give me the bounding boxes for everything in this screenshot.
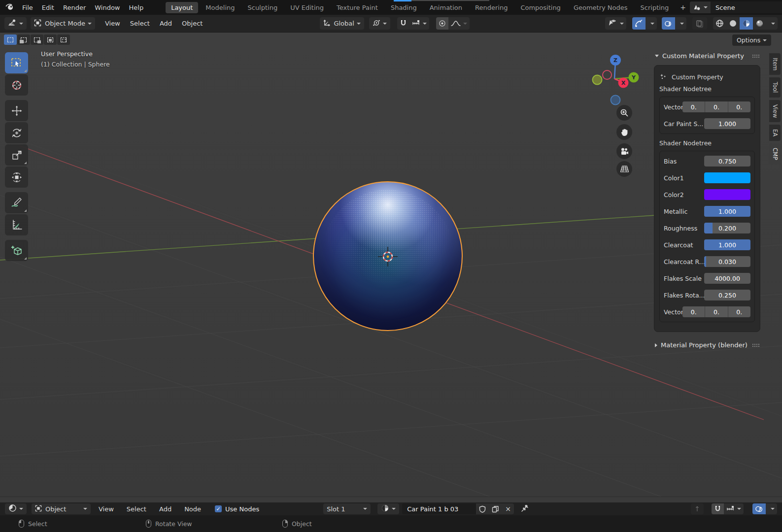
new-material-copy-button[interactable] (489, 503, 502, 514)
navigation-gizmo[interactable]: Z Y X (584, 49, 646, 108)
tool-cursor[interactable] (5, 74, 28, 96)
color2-swatch[interactable] (704, 189, 750, 200)
menu-select[interactable]: Select (125, 20, 155, 27)
shading-rendered-button[interactable] (753, 17, 766, 30)
menu-view[interactable]: View (100, 20, 125, 27)
options-dropdown[interactable]: Options (732, 34, 771, 46)
drag-handle-icon[interactable] (752, 54, 759, 58)
viewport-3d[interactable]: User Perspective (1) Collection | Sphere (0, 33, 782, 497)
snap-toggle[interactable] (397, 17, 409, 30)
tool-annotate[interactable] (5, 192, 28, 213)
select-mode-extend[interactable] (17, 34, 30, 45)
bias-field[interactable]: 0.750 (704, 156, 750, 166)
gizmo-axis-z-neg[interactable] (611, 96, 620, 105)
scene-name-field[interactable]: Scene (711, 1, 782, 13)
slot-dropdown[interactable]: Slot 1 (323, 503, 371, 514)
workspace-tab-uv-editing[interactable]: UV Editing (285, 2, 329, 13)
gizmo-dropdown[interactable] (646, 17, 657, 30)
show-gizmo-toggle[interactable] (632, 17, 646, 30)
zoom-button[interactable] (616, 105, 632, 121)
clearcoat-roughness-slider[interactable]: 0.030 (704, 256, 750, 267)
workspace-tab-layout[interactable]: Layout (166, 2, 198, 13)
vector-x-field[interactable]: 0. (682, 101, 705, 112)
use-nodes-control[interactable]: ✓ Use Nodes (215, 505, 259, 513)
vector2-x-field[interactable]: 0. (682, 306, 705, 317)
vector2-z-field[interactable]: 0. (728, 306, 750, 317)
xray-toggle[interactable] (692, 17, 707, 30)
select-mode-subtract[interactable] (31, 34, 43, 45)
tool-add-cube[interactable] (5, 240, 28, 261)
mode-dropdown[interactable]: Object Mode (31, 17, 95, 30)
falloff-dropdown[interactable] (448, 17, 470, 30)
shader-snap-toggle[interactable] (712, 503, 724, 514)
shader-snap-target-dropdown[interactable] (724, 503, 744, 514)
shader-editor-type-button[interactable] (5, 503, 27, 514)
parent-node-tree-button[interactable]: ↑ (691, 503, 704, 514)
menu-edit[interactable]: Edit (37, 2, 59, 13)
snap-target-dropdown[interactable] (409, 17, 429, 30)
shader-type-dropdown[interactable]: Object (32, 503, 91, 514)
scene-browse-button[interactable] (690, 1, 711, 13)
shader-overlays-toggle[interactable] (752, 503, 766, 514)
material-browse-button[interactable] (377, 503, 399, 514)
gizmo-axis-x-neg[interactable] (603, 70, 612, 79)
flakes-rotation-field[interactable]: 0.250 (704, 290, 750, 300)
workspace-tab-compositing[interactable]: Compositing (515, 2, 566, 13)
roughness-slider[interactable]: 0.200 (704, 223, 750, 233)
clearcoat-slider[interactable]: 1.000 (704, 239, 750, 250)
transform-orientation-dropdown[interactable]: Global (320, 17, 364, 30)
workspace-tab-sculpting[interactable]: Sculpting (242, 2, 283, 13)
tool-measure[interactable] (5, 214, 28, 235)
workspace-tab-scripting[interactable]: Scripting (635, 2, 675, 13)
gizmo-axis-y-neg[interactable] (593, 75, 602, 85)
editor-type-button[interactable] (4, 17, 27, 30)
fake-user-shield-button[interactable] (476, 503, 489, 514)
camera-view-button[interactable] (616, 143, 632, 159)
shading-wireframe-button[interactable] (713, 17, 726, 30)
material-name-field[interactable]: Car Paint 1 b 03 (402, 503, 476, 514)
pin-icon-button[interactable] (521, 504, 529, 514)
metallic-slider[interactable]: 1.000 (704, 206, 750, 217)
shader-menu-select[interactable]: Select (122, 505, 151, 513)
tool-rotate[interactable] (5, 122, 28, 143)
gizmo-axis-x[interactable]: X (618, 78, 629, 88)
menu-help[interactable]: Help (125, 2, 148, 13)
select-mode-set[interactable] (4, 34, 17, 45)
workspace-tab-geometry-nodes[interactable]: Geometry Nodes (568, 2, 633, 13)
menu-add[interactable]: Add (155, 20, 177, 27)
unlink-material-button[interactable]: × (502, 503, 514, 514)
workspace-tab-rendering[interactable]: Rendering (470, 2, 513, 13)
tool-select-box[interactable] (5, 52, 28, 73)
shader-overlays-dropdown[interactable] (766, 503, 777, 514)
add-workspace-button[interactable]: + (676, 1, 690, 13)
shading-dropdown[interactable] (766, 17, 778, 30)
flakes-scale-field[interactable]: 4000.00 (704, 273, 750, 284)
tool-transform[interactable] (5, 166, 28, 188)
grid-floor-button[interactable] (616, 161, 632, 177)
select-mode-invert[interactable] (44, 34, 57, 45)
menu-render[interactable]: Render (59, 2, 90, 13)
menu-window[interactable]: Window (90, 2, 124, 13)
use-nodes-checkbox[interactable]: ✓ (215, 505, 222, 512)
panel-header-custom-material-property[interactable]: Custom Material Property (654, 51, 760, 61)
shader-menu-add[interactable]: Add (154, 505, 176, 513)
vector-y-field[interactable]: 0. (705, 101, 727, 112)
workspace-tab-texture-paint[interactable]: Texture Paint (331, 2, 383, 13)
shading-material-button[interactable] (740, 17, 753, 30)
tool-scale[interactable] (5, 144, 28, 166)
vector2-y-field[interactable]: 0. (705, 306, 727, 317)
show-overlays-toggle[interactable] (662, 17, 675, 30)
shading-solid-button[interactable] (726, 17, 740, 30)
blender-logo-icon[interactable] (5, 2, 15, 13)
tab-item[interactable]: Item (769, 53, 781, 75)
menu-file[interactable]: File (18, 2, 37, 13)
car-paint-scale-field[interactable]: 1.000 (704, 118, 750, 129)
shader-menu-view[interactable]: View (94, 505, 119, 513)
vector-z-field[interactable]: 0. (728, 101, 750, 112)
workspace-tab-modeling[interactable]: Modeling (200, 2, 240, 13)
menu-object[interactable]: Object (177, 20, 207, 27)
tab-ea[interactable]: EA (769, 125, 781, 141)
shader-editor-canvas[interactable] (0, 497, 782, 502)
tab-tool[interactable]: Tool (769, 77, 781, 97)
overlays-dropdown[interactable] (675, 17, 686, 30)
